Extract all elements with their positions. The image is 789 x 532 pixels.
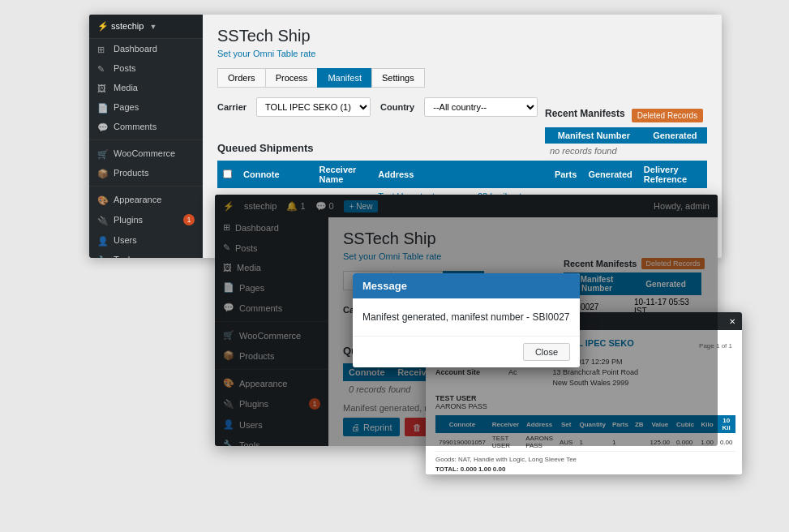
pages-icon: 📄	[97, 103, 109, 111]
back-site-name: ⚡ sstechip ▼	[89, 15, 203, 39]
comments-icon: 💬	[97, 122, 109, 131]
select-all-checkbox[interactable]	[223, 169, 232, 178]
recent-manifests-table: Manifest Number Generated no records fou…	[545, 127, 707, 159]
modal-body: Manifest generated, manifest number - SB…	[353, 298, 580, 336]
col-parts: Parts	[549, 161, 583, 188]
back-tabs: Orders Process Manifest Settings	[217, 68, 707, 88]
sidebar-item-plugins[interactable]: 🔌 Plugins 1	[89, 209, 203, 230]
sidebar-item-tools[interactable]: 🔧 Tools	[89, 250, 203, 258]
tab-process[interactable]: Process	[265, 68, 319, 88]
no-records-row: no records found	[545, 144, 707, 159]
users-icon: 👤	[97, 236, 109, 244]
carrier-select[interactable]: TOLL IPEC SEKO (1)	[256, 97, 371, 117]
dashboard-icon: ⊞	[97, 45, 109, 53]
country-label: Country	[380, 102, 414, 112]
col-generated: Generated	[582, 161, 637, 188]
sidebar-item-pages[interactable]: 📄 Pages	[89, 97, 203, 117]
tab-orders[interactable]: Orders	[217, 68, 266, 88]
plugins-badge: 1	[183, 214, 195, 225]
sidebar-item-dashboard[interactable]: ⊞ Dashboard	[89, 39, 203, 58]
sidebar-separator	[89, 139, 203, 140]
tab-manifest[interactable]: Manifest	[317, 68, 372, 88]
inv-col-tenkil: 10 Kil	[717, 415, 736, 433]
woo-icon: 🛒	[97, 149, 109, 157]
col-check	[217, 161, 238, 188]
sidebar-item-media[interactable]: 🖼 Media	[89, 78, 203, 97]
screenshot-container: ⚡ sstechip ▼ ⊞ Dashboard ✎ Posts 🖼 Media…	[0, 0, 789, 532]
invoice-goods-desc: Goods: NAT, Handle with Logic, Long Slee…	[435, 456, 732, 463]
back-site-icon: ⚡	[97, 21, 109, 31]
manifest-col-generated: Generated	[643, 127, 707, 144]
inv-row-tenkil: 0.00	[717, 433, 736, 452]
tab-settings[interactable]: Settings	[371, 68, 425, 88]
back-subtitle-link[interactable]: Set your Omni Table rate	[217, 49, 707, 58]
tools-icon: 🔧	[97, 255, 109, 258]
col-delivery: Delivery Reference	[638, 161, 707, 188]
sidebar-item-woocommerce[interactable]: 🛒 WooCommerce	[89, 144, 203, 163]
no-records-text: no records found	[545, 144, 707, 159]
deleted-records-button[interactable]: Deleted Records	[632, 109, 703, 122]
sidebar-item-users[interactable]: 👤 Users	[89, 230, 203, 250]
sidebar-item-posts[interactable]: ✎ Posts	[89, 58, 203, 78]
products-icon: 📦	[97, 169, 109, 177]
sidebar-separator-2	[89, 186, 203, 187]
sidebar-item-products[interactable]: 📦 Products	[89, 163, 203, 182]
back-recent-manifests: Recent Manifests Deleted Records Manifes…	[545, 108, 707, 159]
country-select[interactable]: --All country--	[424, 97, 538, 117]
col-connote: Connote	[238, 161, 314, 188]
invoice-total: TOTAL: 0.000 1.00 0.00	[435, 466, 732, 473]
invoice-close-btn[interactable]: ✕	[729, 317, 735, 326]
modal-header: Message	[353, 273, 580, 298]
recent-manifests-title: Recent Manifests	[545, 108, 625, 119]
col-receiver: Receiver Name	[314, 161, 373, 188]
back-sidebar: ⚡ sstechip ▼ ⊞ Dashboard ✎ Posts 🖼 Media…	[89, 15, 203, 258]
manifest-col-number: Manifest Number	[545, 127, 643, 144]
appearance-icon: 🎨	[97, 195, 109, 204]
media-icon: 🖼	[97, 84, 109, 92]
modal-close-button[interactable]: Close	[523, 343, 570, 361]
modal-overlay: Message Manifest generated, manifest num…	[215, 195, 718, 446]
carrier-label: Carrier	[217, 102, 247, 112]
back-page-title: SSTech Ship	[217, 27, 707, 45]
col-address: Address	[372, 161, 549, 188]
sidebar-item-appearance[interactable]: 🎨 Appearance	[89, 190, 203, 209]
posts-icon: ✎	[97, 64, 109, 72]
modal-box: Message Manifest generated, manifest num…	[353, 273, 580, 367]
sidebar-item-comments[interactable]: 💬 Comments	[89, 117, 203, 136]
mid-window: ⚡ sstechip 🔔 1 💬 0 + New Howdy, admin ⊞ …	[215, 195, 718, 446]
modal-footer: Close	[353, 336, 580, 367]
plugins-icon: 🔌	[97, 216, 109, 224]
